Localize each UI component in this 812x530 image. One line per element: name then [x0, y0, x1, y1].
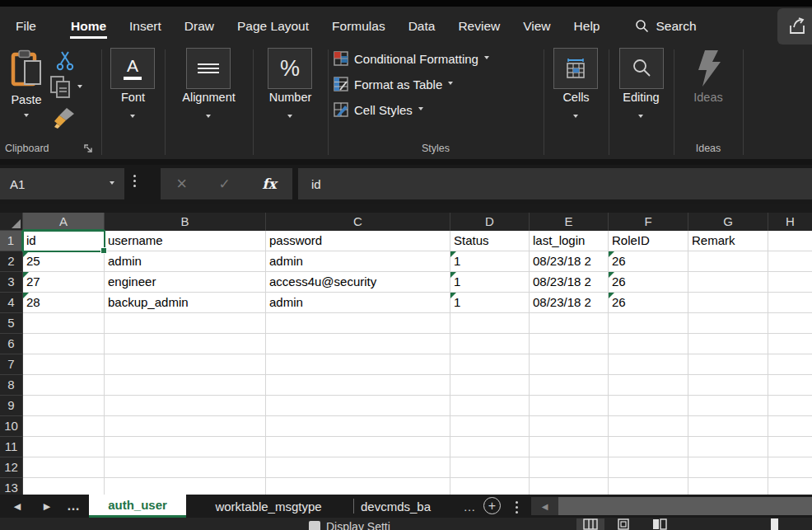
cell-F3[interactable]: 26 [609, 272, 688, 293]
cell-F10[interactable] [609, 416, 688, 437]
cell-D2[interactable]: 1 [450, 251, 530, 272]
cells-group[interactable]: Cells [544, 45, 609, 159]
cell-F4[interactable]: 26 [609, 293, 688, 313]
cell-H3[interactable] [768, 272, 812, 293]
paste-button[interactable]: Paste [5, 48, 48, 122]
cell-A3[interactable]: 27 [23, 272, 105, 293]
cell-F7[interactable] [609, 354, 688, 375]
row-header-1[interactable]: 1 [0, 231, 23, 251]
next-sheet-button[interactable]: ▶ [38, 495, 56, 518]
insert-function-icon[interactable]: fx [262, 176, 276, 192]
sheet-overflow-button[interactable]: … [64, 495, 82, 518]
cell-C11[interactable] [266, 437, 450, 457]
cell-G5[interactable] [688, 313, 768, 334]
cell-H8[interactable] [768, 375, 812, 396]
cell-E12[interactable] [530, 457, 609, 478]
cell-F8[interactable] [609, 375, 688, 396]
formula-input[interactable]: id [298, 168, 812, 199]
row-header-4[interactable]: 4 [0, 293, 23, 313]
number-dropdown-arrow[interactable] [287, 115, 292, 120]
alignment-button[interactable] [186, 48, 231, 89]
cell-A2[interactable]: 25 [23, 251, 105, 272]
cell-G11[interactable] [688, 437, 768, 457]
cell-F9[interactable] [609, 396, 688, 416]
sheet-tab-devcmds[interactable]: devcmds_ba [361, 495, 461, 518]
cancel-icon[interactable]: × [176, 176, 187, 192]
cell-D4[interactable]: 1 [450, 293, 530, 313]
share-button[interactable] [777, 8, 812, 45]
search-box[interactable]: Search [635, 19, 696, 34]
ideas-button[interactable] [694, 48, 722, 89]
menu-draw[interactable]: Draw [184, 14, 215, 39]
cell-F11[interactable] [609, 437, 688, 457]
cell-B2[interactable]: admin [105, 251, 266, 272]
cell-D6[interactable] [450, 334, 530, 354]
cell-A5[interactable] [23, 313, 105, 334]
alignment-dropdown-arrow[interactable] [206, 115, 211, 120]
cell-A4[interactable]: 28 [23, 293, 105, 313]
cell-F12[interactable] [609, 457, 688, 478]
name-box-dropdown-arrow[interactable] [110, 181, 114, 187]
cell-H1[interactable] [768, 231, 812, 251]
alignment-group[interactable]: Alignment [165, 45, 253, 159]
cell-H9[interactable] [768, 396, 812, 416]
cells-dropdown-arrow[interactable] [573, 115, 578, 120]
column-header-E[interactable]: E [530, 213, 609, 231]
menu-review[interactable]: Review [457, 14, 501, 39]
tab-more-icon[interactable] [516, 501, 518, 514]
menu-home[interactable]: Home [70, 14, 107, 39]
cell-B1[interactable]: username [105, 231, 266, 251]
row-header-10[interactable]: 10 [0, 416, 23, 437]
cell-H10[interactable] [768, 416, 812, 437]
cells-button[interactable] [553, 48, 598, 89]
cell-E2[interactable]: 08/23/18 2 [530, 251, 609, 272]
row-header-9[interactable]: 9 [0, 396, 23, 416]
column-header-G[interactable]: G [688, 213, 768, 231]
row-header-7[interactable]: 7 [0, 354, 23, 375]
cell-B11[interactable] [105, 437, 266, 457]
editing-dropdown-arrow[interactable] [638, 115, 643, 120]
cell-D1[interactable]: Status [450, 231, 530, 251]
sheet-tab-auth-user[interactable]: auth_user [89, 495, 186, 518]
cell-H7[interactable] [768, 354, 812, 375]
cell-G4[interactable] [688, 293, 768, 313]
cell-G3[interactable] [688, 272, 768, 293]
row-header-5[interactable]: 5 [0, 313, 23, 334]
cell-G8[interactable] [688, 375, 768, 396]
cell-E8[interactable] [530, 375, 609, 396]
cell-H5[interactable] [768, 313, 812, 334]
cell-D5[interactable] [450, 313, 530, 334]
cell-C6[interactable] [266, 334, 450, 354]
cell-H4[interactable] [768, 293, 812, 313]
prev-sheet-button[interactable]: ◀ [8, 495, 26, 518]
cell-G12[interactable] [688, 457, 768, 478]
menu-insert[interactable]: Insert [128, 14, 162, 39]
cell-C2[interactable]: admin [266, 251, 450, 272]
cell-A7[interactable] [23, 354, 105, 375]
menu-help[interactable]: Help [573, 14, 601, 39]
cell-A11[interactable] [23, 437, 105, 457]
cell-C1[interactable]: password [266, 231, 450, 251]
row-header-8[interactable]: 8 [0, 375, 23, 396]
cell-H6[interactable] [768, 334, 812, 354]
cell-E3[interactable]: 08/23/18 2 [530, 272, 609, 293]
cell-A10[interactable] [23, 416, 105, 437]
column-header-H[interactable]: H [768, 213, 812, 231]
cell-B6[interactable] [105, 334, 266, 354]
column-header-A[interactable]: A [23, 213, 105, 231]
cell-G1[interactable]: Remark [688, 231, 768, 251]
cell-D10[interactable] [450, 416, 530, 437]
cell-E4[interactable]: 08/23/18 2 [530, 293, 609, 313]
cell-C10[interactable] [266, 416, 450, 437]
cell-D12[interactable] [450, 457, 530, 478]
cell-G9[interactable] [688, 396, 768, 416]
cell-B12[interactable] [105, 457, 266, 478]
cell-D8[interactable] [450, 375, 530, 396]
cell-H12[interactable] [768, 457, 812, 478]
cell-F2[interactable]: 26 [609, 251, 688, 272]
cell-H2[interactable] [768, 251, 812, 272]
cell-C8[interactable] [266, 375, 450, 396]
select-all-corner[interactable] [0, 213, 23, 231]
cell-D9[interactable] [450, 396, 530, 416]
cell-C12[interactable] [266, 457, 450, 478]
